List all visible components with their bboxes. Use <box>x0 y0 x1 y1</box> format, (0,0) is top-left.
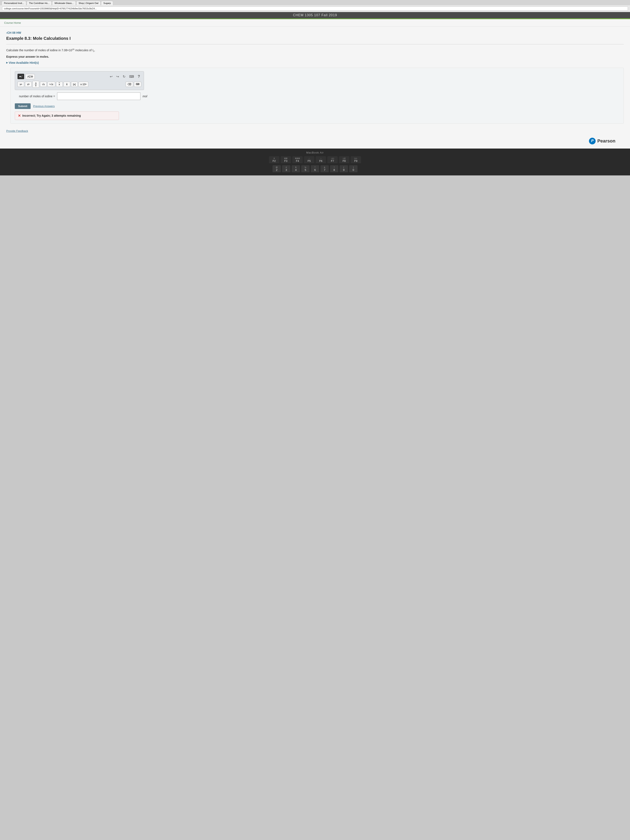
key-f5[interactable]: ··· F5 <box>304 156 314 164</box>
nav-area: Course Home <box>0 19 630 27</box>
submit-row: Submit Previous Answers <box>15 103 619 109</box>
main-content: ‹CH 08 HW Example 8.3: Mole Calculations… <box>0 27 630 148</box>
divider <box>6 44 624 44</box>
key-f3[interactable]: ⊞⊞ F3 <box>281 156 291 164</box>
prev-answers-link[interactable]: Previous Answers <box>33 104 55 108</box>
key-f2[interactable]: ☀ F2 <box>269 156 279 164</box>
back-link[interactable]: ‹CH 08 HW <box>6 31 21 35</box>
num-key-row: @ 2 # 3 $ 4 % 5 ^ 6 & 7 * 8 ( 9 <box>0 165 630 173</box>
toolbar-row2: xa xb ab √x n√x x x̂ |x| x·10n ⌫ ⌨ <box>17 81 141 88</box>
toolbar-help-btn[interactable]: ? <box>136 74 141 80</box>
example-title: Example 8.3: Mole Calculations I <box>6 36 624 41</box>
error-box: ✕ Incorrect; Try Again; 3 attempts remai… <box>15 112 119 120</box>
toolbar-keyboard2-btn[interactable]: ⌨ <box>134 82 141 87</box>
course-home-link[interactable]: Course Home <box>4 21 21 24</box>
key-5[interactable]: % 5 <box>301 165 309 173</box>
tab-5[interactable]: Sugarp <box>101 1 113 5</box>
toolbar-undo-btn[interactable]: ↩ <box>109 74 114 79</box>
tab-1[interactable]: Personalized Invit... <box>2 1 26 5</box>
answer-unit: mol <box>142 95 147 98</box>
macbook-bottom: MacBook Air ☀ F2 ⊞⊞ F3 ⊞⊞⊞ F4 ··· F5 ···… <box>0 148 630 175</box>
key-7[interactable]: & 7 <box>321 165 329 173</box>
pearson-text: Pearson <box>597 138 616 144</box>
toolbar-aso-btn[interactable]: ΑΣΦ <box>25 74 35 79</box>
toolbar-left: ■√ ΑΣΦ <box>17 74 35 79</box>
answer-row: number of moles of iodine = mol <box>19 93 619 100</box>
submit-button[interactable]: Submit <box>15 103 31 109</box>
key-f4[interactable]: ⊞⊞⊞ F4 <box>292 156 303 164</box>
problem-text: Calculate the number of moles of iodine … <box>6 48 624 53</box>
course-banner: CHEM 1305 107 Fall 2019 <box>0 12 630 18</box>
fn-key-row: ☀ F2 ⊞⊞ F3 ⊞⊞⊞ F4 ··· F5 ··· F6 ◁◁ F7 ▷|… <box>0 156 630 164</box>
browser-toolbar: college.com/course.html?courseId=1553986… <box>0 5 630 12</box>
browser-tabs: Personalized Invit... The Corinthian Ho.… <box>0 0 630 5</box>
key-9[interactable]: ( 9 <box>339 165 348 173</box>
key-4[interactable]: $ 4 <box>292 165 300 173</box>
feedback-link[interactable]: Provide Feedback <box>6 129 28 133</box>
page-content: CHEM 1305 107 Fall 2019 Course Home ‹CH … <box>0 12 630 148</box>
url-bar[interactable]: college.com/course.html?courseId=1553986… <box>2 6 628 11</box>
error-icon: ✕ <box>18 114 21 118</box>
key-6[interactable]: ^ 6 <box>311 165 319 173</box>
hint-link[interactable]: View Available Hint(s) <box>6 61 39 65</box>
key-f9[interactable]: ▷▷ F9 <box>351 156 361 164</box>
toolbar-refresh-btn[interactable]: ↻ <box>122 74 127 79</box>
toolbar-sci-btn[interactable]: x·10n <box>79 82 88 87</box>
toolbar-backspace-btn[interactable]: ⌫ <box>126 82 133 87</box>
tab-4[interactable]: Shop | Origami Owl <box>76 1 101 5</box>
toolbar-right: ↩ ↪ ↻ ⌨ ? <box>109 74 141 80</box>
toolbar-sqrt-btn[interactable]: √x <box>40 82 47 87</box>
toolbar-xbar-btn[interactable]: x <box>56 82 63 87</box>
key-2[interactable]: @ 2 <box>273 165 281 173</box>
key-f8[interactable]: ▷|| F8 <box>339 156 349 164</box>
toolbar-xb-btn[interactable]: xb <box>25 82 32 87</box>
toolbar-keyboard-toggle-btn[interactable]: ⌨ <box>128 74 135 79</box>
toolbar-redo-btn[interactable]: ↪ <box>115 74 120 79</box>
key-3[interactable]: # 3 <box>282 165 291 173</box>
error-message: Incorrect; Try Again; 3 attempts remaini… <box>22 114 81 117</box>
toolbar-absx-btn[interactable]: |x| <box>71 82 78 87</box>
answer-input[interactable] <box>57 93 141 100</box>
toolbar-row1: ■√ ΑΣΦ ↩ ↪ ↻ ⌨ ? <box>17 74 141 80</box>
problem-instruction: Express your answer in moles. <box>6 55 624 58</box>
macbook-label: MacBook Air <box>0 151 630 154</box>
pearson-brand: P Pearson <box>6 138 624 144</box>
key-f6[interactable]: ··· F6 <box>316 156 326 164</box>
tab-2[interactable]: The Corinthian Ho... <box>27 1 52 5</box>
toolbar-xa-btn[interactable]: xa <box>17 82 24 87</box>
math-toolbar: ■√ ΑΣΦ ↩ ↪ ↻ ⌨ ? xa xb <box>15 71 144 90</box>
key-8[interactable]: * 8 <box>330 165 338 173</box>
pearson-logo: P <box>589 138 595 144</box>
toolbar-xhat-btn[interactable]: x̂ <box>63 82 70 87</box>
toolbar-nrt-btn[interactable]: n√x <box>47 82 55 87</box>
math-input-container: ■√ ΑΣΦ ↩ ↪ ↻ ⌨ ? xa xb <box>10 68 624 123</box>
key-0[interactable]: ) 0 <box>349 165 357 173</box>
browser-chrome: Personalized Invit... The Corinthian Ho.… <box>0 0 630 12</box>
answer-label: number of moles of iodine = <box>19 95 55 98</box>
toolbar-palette-btn[interactable]: ■√ <box>17 74 24 79</box>
toolbar-frac-btn[interactable]: ab <box>33 81 39 88</box>
tab-3[interactable]: Wholesale Glass... <box>52 1 76 5</box>
key-f7[interactable]: ◁◁ F7 <box>327 156 338 164</box>
